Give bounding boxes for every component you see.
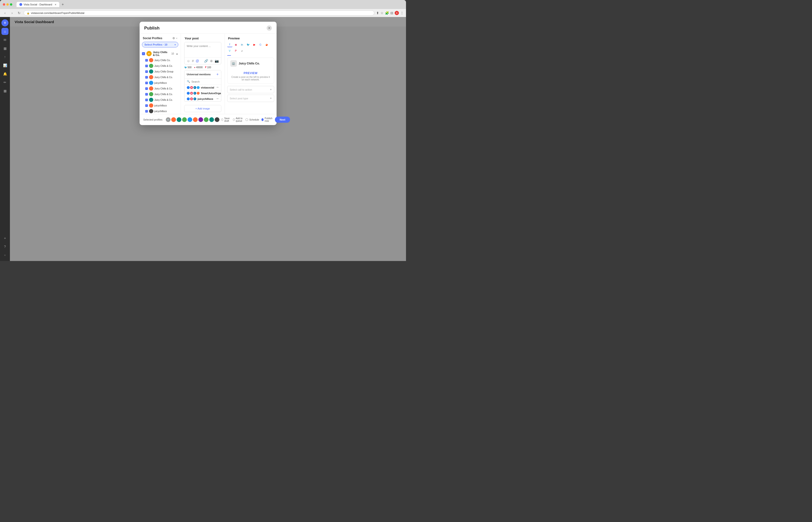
preview-tab-tiktok[interactable]: ♪ (239, 48, 245, 53)
list-item[interactable]: ✓ Juicy Chills & Co. (141, 97, 179, 103)
preview-tab-twitter[interactable]: 🐦 (246, 42, 251, 47)
profile-checkbox-8[interactable]: ✓ (145, 99, 148, 101)
refresh-button[interactable]: ↻ (17, 11, 22, 16)
select-profiles-dropdown[interactable]: Select Profiles · 10 ▾ (142, 42, 178, 47)
profile-avatar-9 (149, 103, 153, 107)
address-bar[interactable]: 🔒 vistasocial.com/dashboard?openPublishM… (24, 11, 374, 16)
mention-edit-3[interactable]: ✏ (217, 97, 219, 100)
sidebar-toggle-icon[interactable]: ⊟ (390, 11, 393, 15)
ai-icon[interactable]: ⊕ (210, 59, 213, 63)
sidebar-home-icon[interactable]: ⌂ (1, 28, 8, 35)
profiles-filter-icon[interactable]: ⚙ (172, 37, 175, 40)
post-textarea[interactable] (185, 42, 221, 56)
next-button[interactable]: Next (275, 117, 290, 123)
bookmark-icon[interactable]: ☆ (381, 11, 384, 15)
save-draft-option[interactable]: Save draft (221, 117, 231, 122)
sidebar-calendar-icon[interactable]: ▦ (1, 45, 8, 52)
linkedin-icon: in (193, 86, 196, 89)
profiles-collapse-icon[interactable]: ‹ (176, 37, 177, 40)
profile-avatar[interactable]: A (395, 11, 399, 15)
mentions-title: Universal mentions (187, 73, 211, 76)
list-item[interactable]: ✓ Juicy Chills & Co. (141, 86, 179, 91)
back-button[interactable]: ‹ (2, 11, 7, 16)
post-panel: Your post ☺ # @ 🔗 ⊕ 📷 (181, 34, 225, 114)
mentions-add-button[interactable]: + (216, 72, 218, 77)
cta-dropdown[interactable]: Select call to action ▾ (227, 86, 274, 93)
mention-at-icon[interactable]: @ (196, 59, 199, 63)
menu-icon[interactable]: ⋮ (400, 11, 404, 15)
post-type-dropdown-label: Select post type (230, 97, 248, 100)
profile-checkbox-10[interactable]: ✓ (145, 110, 148, 113)
list-item[interactable]: ✓ Juicy Chills & Co. (141, 74, 179, 80)
mention-edit-1[interactable]: ✏ (217, 86, 219, 89)
profile-checkbox-3[interactable]: ✓ (145, 70, 148, 73)
sidebar-logo-bottom-icon[interactable]: V (1, 252, 8, 259)
add-image-area[interactable]: + Add image (184, 105, 221, 112)
list-item[interactable]: ✓ juicychillsco (141, 108, 179, 114)
sidebar-brand-icon[interactable]: V (1, 19, 8, 26)
list-item[interactable]: ✓ Juicy Chills & Co. (141, 63, 179, 69)
add-to-queue-radio[interactable] (233, 118, 235, 121)
sidebar-publish-icon[interactable]: ↑ (1, 53, 8, 60)
sidebar-analytics-icon[interactable]: 📊 (1, 62, 8, 69)
list-item[interactable]: ✓ Juicy Chills Group (141, 69, 179, 74)
tab-close-btn[interactable]: ✕ (55, 3, 56, 6)
footer-publish-options: Save draft Add to queue Schedule Pu (221, 117, 273, 122)
mention-name-2: SmartJuiceOrganic (201, 92, 221, 95)
active-tab[interactable]: Vista Social - Dashboard ✕ (17, 2, 59, 7)
profile-checkbox-2[interactable]: ✓ (145, 65, 148, 67)
fullscreen-traffic-light[interactable] (10, 3, 12, 6)
new-tab-button[interactable]: + (60, 2, 65, 6)
profile-checkbox-1[interactable]: ✓ (145, 59, 148, 62)
profile-checkbox-4[interactable]: ✓ (145, 76, 148, 79)
emoji-icon[interactable]: ☺ (187, 59, 190, 63)
list-item[interactable]: ✓ Juicy Chills & Co. (141, 91, 179, 97)
preview-tab-instagram[interactable]: ◉ (233, 42, 238, 47)
preview-tab-linkedin[interactable]: in (239, 42, 245, 47)
profile-group-header[interactable]: ✓ JC Juicy Chills & Co. 10 ▲ (141, 50, 179, 57)
mentions-header: Universal mentions + (185, 70, 221, 78)
list-item[interactable]: ✓ juicychillsco (141, 103, 179, 108)
schedule-radio[interactable] (245, 118, 248, 121)
hashtag-icon[interactable]: # (192, 59, 194, 63)
sidebar-edit-icon[interactable]: ✏ (1, 79, 8, 86)
preview-tab-youtube[interactable]: ▶ (252, 42, 257, 47)
sidebar-add-icon[interactable]: + (1, 235, 8, 242)
schedule-option[interactable]: Schedule (245, 118, 259, 121)
sidebar-listen-icon[interactable]: 🔔 (1, 70, 8, 77)
group-checkbox[interactable]: ✓ (142, 52, 145, 55)
publish-now-option[interactable]: Publish now (262, 117, 273, 122)
publish-now-radio[interactable] (262, 118, 264, 121)
sidebar-messages-icon[interactable]: ✉ (1, 36, 8, 43)
profile-checkbox-9[interactable]: ✓ (145, 104, 148, 107)
forward-button[interactable]: › (9, 11, 15, 16)
extensions-icon[interactable]: 🧩 (385, 11, 389, 15)
profile-checkbox-5[interactable]: ✓ (145, 82, 148, 84)
preview-tab-pinterest[interactable]: P (233, 48, 238, 53)
list-item[interactable]: ✓ juicychillsco (141, 80, 179, 86)
preview-tab-reddit[interactable]: ◕ (264, 42, 269, 47)
preview-tab-vimeo[interactable]: V (227, 48, 232, 53)
share-icon[interactable]: ⬆ (376, 11, 379, 15)
sidebar-grid-icon[interactable]: ▦ (1, 87, 8, 94)
profile-checkbox-6[interactable]: ✓ (145, 87, 148, 90)
post-type-dropdown[interactable]: Select post type ▾ (227, 95, 274, 102)
profile-avatar-4 (149, 75, 153, 79)
modal-close-button[interactable]: ✕ (267, 25, 272, 31)
link-icon[interactable]: 🔗 (204, 59, 208, 63)
close-traffic-light[interactable] (3, 3, 5, 6)
profile-name-3: Juicy Chills Group (154, 70, 174, 73)
sidebar-help-icon[interactable]: ? (1, 243, 8, 250)
minimize-traffic-light[interactable] (6, 3, 9, 6)
profile-checkbox-7[interactable]: ✓ (145, 93, 148, 96)
list-item[interactable]: ✓ Juicy Chills Co. (141, 57, 179, 63)
add-image-button[interactable]: + Add image (195, 107, 210, 110)
preview-tab-facebook[interactable]: f (227, 42, 232, 47)
preview-tab-google[interactable]: G (258, 42, 263, 47)
group-chevron-icon[interactable]: ▲ (176, 53, 178, 55)
search-input[interactable] (192, 80, 221, 83)
modal-overlay: Publish ✕ Social Profiles ⚙ ‹ (10, 17, 406, 261)
save-draft-radio[interactable] (221, 118, 224, 121)
add-to-queue-option[interactable]: Add to queue (233, 117, 243, 122)
camera-icon[interactable]: 📷 (215, 59, 219, 63)
